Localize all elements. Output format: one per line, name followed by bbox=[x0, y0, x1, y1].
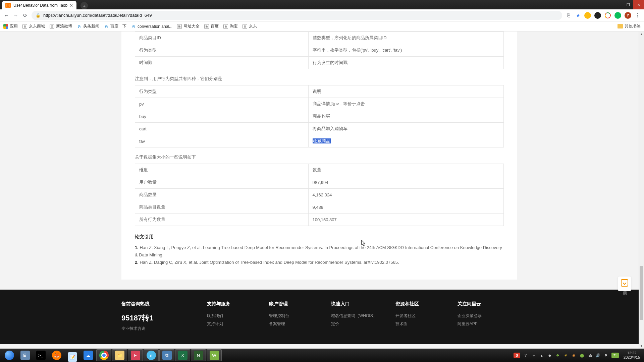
bookmark-item[interactable]: 🗎淘宝 bbox=[223, 23, 238, 29]
tray-icon[interactable]: ? bbox=[523, 353, 528, 358]
cell-val: 整数类型，序列化后的商品所属类目ID bbox=[308, 32, 503, 44]
footer-link[interactable]: 域名信息查询（WHOIS） bbox=[331, 313, 377, 319]
tray-icon[interactable]: ◉ bbox=[571, 353, 577, 358]
cell-key: 用户数量 bbox=[135, 176, 309, 189]
bookmark-item[interactable]: 🗎京东商城 bbox=[22, 23, 45, 29]
reload-button[interactable]: ⟳ bbox=[22, 12, 28, 18]
taskbar-app[interactable]: F bbox=[128, 349, 143, 361]
bookmark-item[interactable]: ฅconversation anal... bbox=[131, 24, 172, 29]
tray-icon[interactable]: ⬤ bbox=[579, 353, 585, 358]
bookmark-label: 京东 bbox=[249, 23, 257, 29]
bookmark-label: 百度 bbox=[211, 23, 219, 29]
tray-icon[interactable]: ⟡ bbox=[531, 353, 536, 358]
action-center-icon[interactable]: ⚑ bbox=[603, 353, 609, 358]
start-button[interactable] bbox=[2, 349, 17, 361]
footer-heading: 快速入口 bbox=[331, 301, 377, 307]
tray-icon[interactable]: ☘ bbox=[555, 353, 560, 358]
footer-link[interactable]: 管理控制台 bbox=[269, 313, 313, 319]
footer-link[interactable]: 定价 bbox=[331, 321, 377, 327]
forward-button[interactable]: → bbox=[13, 12, 19, 18]
selected-text: 收藏商品 bbox=[313, 138, 331, 143]
footer-link[interactable]: 支持计划 bbox=[207, 321, 251, 327]
tray-icon[interactable]: ☀ bbox=[563, 353, 569, 358]
extension-icon[interactable] bbox=[584, 12, 591, 19]
volume-icon[interactable]: 🔊 bbox=[595, 353, 601, 358]
scroll-down-icon[interactable]: ▼ bbox=[639, 343, 644, 349]
browser-tab[interactable]: [·] User Behavior Data from Taob ✕ bbox=[2, 1, 76, 10]
taskbar-app[interactable]: ⧉ bbox=[159, 349, 174, 361]
taskbar-app[interactable]: e bbox=[144, 349, 159, 361]
footer-link[interactable]: 开发者社区 bbox=[395, 313, 439, 319]
bookmark-item[interactable]: 🗎京东 bbox=[243, 23, 257, 29]
hotline-label: 售前咨询热线 bbox=[121, 301, 189, 307]
bookmark-item[interactable]: ฅ百度一下 bbox=[104, 23, 126, 29]
scrollbar-thumb[interactable] bbox=[640, 266, 643, 320]
bookmark-item[interactable]: 🗎新浪微博 bbox=[50, 23, 72, 29]
taskbar-app[interactable]: 📝 bbox=[65, 349, 80, 361]
new-tab-button[interactable]: + bbox=[80, 2, 88, 9]
content-card: 商品类目ID整数类型，序列化后的商品所属类目ID 行为类型字符串，枚举类型，包括… bbox=[121, 32, 517, 280]
footer-link[interactable]: 备案管理 bbox=[269, 321, 313, 327]
taskbar-app[interactable]: N bbox=[191, 349, 206, 361]
cell-val: 字符串，枚举类型，包括('pv', 'buy', 'cart', 'fav') bbox=[308, 44, 503, 57]
size-table: 维度数量 用户数量987,994 商品数量4,162,024 商品类目数量9,4… bbox=[135, 164, 504, 226]
bookmark-label: conversation anal... bbox=[138, 24, 172, 29]
other-bookmarks[interactable]: 其他书签 bbox=[618, 23, 641, 29]
tab-close-icon[interactable]: ✕ bbox=[69, 3, 73, 8]
taskbar-app[interactable]: >_ bbox=[33, 349, 48, 361]
taskbar-app[interactable]: X bbox=[175, 349, 190, 361]
taskbar-app[interactable]: ☁ bbox=[80, 349, 96, 361]
table-row: 商品类目ID整数类型，序列化后的商品所属类目ID bbox=[135, 32, 504, 44]
headset-icon bbox=[621, 279, 628, 287]
ime-icon[interactable]: S bbox=[514, 353, 520, 358]
table-row: 行为类型字符串，枚举类型，包括('pv', 'buy', 'cart', 'fa… bbox=[135, 44, 504, 57]
table-row: buy商品购买 bbox=[135, 110, 504, 123]
address-bar-row: ← → ⟳ 🔒 https://tianchi.aliyun.com/datas… bbox=[0, 9, 644, 21]
maximize-button[interactable]: ❐ bbox=[623, 0, 633, 9]
contact-float-button[interactable]: 联系我们 bbox=[618, 276, 631, 291]
cell-key: cart bbox=[135, 123, 309, 135]
tray-icon[interactable]: ◆ bbox=[547, 353, 552, 358]
footer-link[interactable]: 阿里云APP bbox=[458, 321, 501, 327]
table-row: 维度数量 bbox=[135, 164, 504, 176]
back-button[interactable]: ← bbox=[3, 12, 9, 18]
taskbar-app[interactable]: W bbox=[207, 349, 222, 361]
cell-val: 将商品加入购物车 bbox=[308, 123, 503, 135]
clock-time: 12:22 bbox=[624, 351, 640, 355]
taskbar-clock[interactable]: 12:22 2020/4/15 bbox=[621, 351, 643, 360]
table-row: 商品数量4,162,024 bbox=[135, 189, 504, 201]
tray-chevron-icon[interactable]: ▴ bbox=[539, 353, 544, 358]
apps-shortcut[interactable]: 应用 bbox=[3, 23, 18, 29]
minimize-button[interactable]: ─ bbox=[613, 0, 623, 9]
url-box[interactable]: 🔒 https://tianchi.aliyun.com/dataset/dat… bbox=[32, 11, 562, 20]
bookmark-item[interactable]: 🗎网址大全 bbox=[177, 23, 200, 29]
cell-key: 商品类目数量 bbox=[135, 201, 309, 214]
bookmark-item[interactable]: ฅ头条新闻 bbox=[77, 23, 99, 29]
star-icon[interactable]: ★ bbox=[575, 12, 581, 18]
taskbar-app[interactable]: 🦊 bbox=[49, 349, 64, 361]
battery-icon[interactable]: 71 bbox=[611, 353, 619, 358]
field-table: 商品类目ID整数类型，序列化后的商品所属类目ID 行为类型字符串，枚举类型，包括… bbox=[135, 32, 504, 69]
menu-button[interactable] bbox=[635, 12, 641, 18]
behavior-table: 行为类型说明 pv商品详情页pv，等价于点击 buy商品购买 cart将商品加入… bbox=[135, 85, 504, 147]
bookmark-label: 其他书签 bbox=[625, 23, 641, 29]
network-icon[interactable]: 🖧 bbox=[587, 353, 593, 358]
taskbar-app-chrome[interactable] bbox=[96, 349, 111, 361]
cell-val: 行为发生的时间戳 bbox=[308, 57, 503, 69]
taskbar-app[interactable]: 📁 bbox=[112, 349, 127, 361]
footer-link[interactable]: 联系我们 bbox=[207, 313, 251, 319]
taskbar-app[interactable]: 🖩 bbox=[17, 349, 33, 361]
vertical-scrollbar[interactable]: ▲ ▼ bbox=[639, 32, 644, 349]
os-close-button[interactable]: ✕ bbox=[633, 0, 644, 9]
extension-icon[interactable] bbox=[594, 12, 601, 19]
translate-icon[interactable]: ⎘ bbox=[566, 12, 572, 18]
extension-icon[interactable] bbox=[614, 12, 621, 19]
bookmark-item[interactable]: 🗎百度 bbox=[204, 23, 219, 29]
ref-num: 1. bbox=[135, 245, 139, 250]
profile-avatar[interactable]: Y bbox=[625, 12, 631, 19]
footer-link[interactable]: 技术圈 bbox=[395, 321, 439, 327]
extension-icon[interactable] bbox=[604, 12, 611, 19]
scroll-up-icon[interactable]: ▲ bbox=[639, 32, 644, 37]
footer-link[interactable]: 企业决策必读 bbox=[458, 313, 501, 319]
cell-key: 行为类型 bbox=[135, 44, 309, 57]
